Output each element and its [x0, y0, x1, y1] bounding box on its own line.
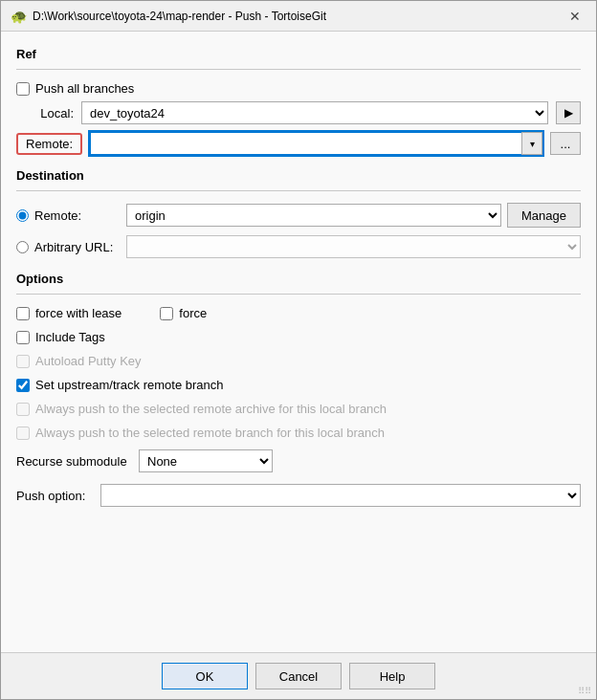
- always-push-branch-label: Always push to the selected remote branc…: [35, 426, 385, 440]
- push-option-row: Push option:: [16, 484, 581, 507]
- remote-input-wrapper: ▾: [90, 132, 542, 155]
- destination-remote-radio-label[interactable]: Remote:: [34, 208, 121, 223]
- arbitrary-url-radio-label[interactable]: Arbitrary URL:: [34, 240, 121, 254]
- always-push-archive-label: Always push to the selected remote archi…: [35, 402, 387, 416]
- titlebar-left: 🐢 D:\Work\source\toyota-24\map-render - …: [11, 9, 326, 24]
- always-push-branch-row: Always push to the selected remote branc…: [16, 426, 581, 440]
- force-lease-checkbox[interactable]: [16, 307, 30, 320]
- force-label[interactable]: force: [179, 306, 207, 320]
- window-title: D:\Work\source\toyota-24\map-render - Pu…: [33, 10, 326, 23]
- options-grid: force with lease force Include Tags Auto…: [16, 306, 581, 514]
- set-upstream-checkbox[interactable]: [16, 379, 30, 392]
- bottom-bar: OK Cancel Help: [1, 652, 596, 699]
- arbitrary-url-row: Arbitrary URL:: [16, 235, 581, 258]
- destination-section: Destination Remote: origin Manage Arbitr…: [16, 168, 581, 258]
- local-label: Local:: [16, 106, 74, 120]
- include-tags-label[interactable]: Include Tags: [35, 330, 105, 344]
- destination-divider: [16, 190, 581, 191]
- recurse-row: Recurse submodule None Check On-demand Y…: [16, 449, 581, 472]
- force-lease-row: force with lease: [16, 306, 122, 320]
- titlebar: 🐢 D:\Work\source\toyota-24\map-render - …: [1, 1, 596, 32]
- push-option-label: Push option:: [16, 489, 93, 503]
- force-lease-label[interactable]: force with lease: [35, 306, 122, 320]
- remote-branch-input[interactable]: [90, 132, 542, 155]
- close-button[interactable]: ✕: [564, 7, 586, 26]
- destination-remote-select[interactable]: origin: [126, 204, 501, 227]
- remote-radio[interactable]: [16, 209, 29, 222]
- recurse-label: Recurse submodule: [16, 454, 131, 469]
- options-section: Options force with lease force: [16, 272, 581, 514]
- autoload-putty-checkbox: [16, 355, 30, 368]
- watermark: ⠿⠿: [578, 686, 591, 696]
- include-tags-row: Include Tags: [16, 330, 581, 344]
- options-section-label: Options: [16, 272, 581, 286]
- force-options-row: force with lease force: [16, 306, 581, 326]
- dialog-content: Ref Push all branches Local: dev_toyota2…: [1, 32, 596, 652]
- push-all-branches-label[interactable]: Push all branches: [35, 81, 134, 96]
- cancel-button[interactable]: Cancel: [255, 663, 342, 689]
- remote-ellipsis-button[interactable]: ...: [550, 132, 581, 155]
- options-divider: [16, 294, 581, 295]
- manage-button[interactable]: Manage: [507, 203, 581, 228]
- dialog-window: 🐢 D:\Work\source\toyota-24\map-render - …: [0, 0, 597, 700]
- force-checkbox[interactable]: [160, 307, 173, 320]
- ok-button[interactable]: OK: [162, 663, 248, 689]
- autoload-putty-row: Autoload Putty Key: [16, 354, 581, 368]
- app-icon: 🐢: [11, 9, 27, 24]
- destination-remote-row: Remote: origin Manage: [16, 203, 581, 228]
- arbitrary-url-radio[interactable]: [16, 241, 29, 253]
- remote-row: Remote: ▾ ...: [16, 132, 581, 155]
- ref-section: Ref Push all branches Local: dev_toyota2…: [16, 47, 581, 155]
- include-tags-checkbox[interactable]: [16, 331, 30, 344]
- arbitrary-url-select[interactable]: [126, 235, 581, 258]
- local-branch-select[interactable]: dev_toyota24: [81, 101, 548, 124]
- force-row: force: [160, 306, 207, 320]
- local-row: Local: dev_toyota24 ▶: [16, 101, 581, 124]
- remote-dropdown-arrow[interactable]: ▾: [521, 132, 542, 155]
- set-upstream-label[interactable]: Set upstream/track remote branch: [35, 378, 224, 392]
- set-upstream-row: Set upstream/track remote branch: [16, 378, 581, 392]
- help-button[interactable]: Help: [349, 663, 435, 689]
- autoload-putty-label: Autoload Putty Key: [35, 354, 142, 368]
- ref-section-label: Ref: [16, 47, 581, 61]
- ref-divider: [16, 69, 581, 70]
- always-push-archive-row: Always push to the selected remote archi…: [16, 402, 581, 416]
- remote-label-text: Remote:: [26, 137, 73, 151]
- recurse-select[interactable]: None Check On-demand Yes: [139, 449, 273, 472]
- push-option-select[interactable]: [100, 484, 581, 507]
- push-all-branches-row: Push all branches: [16, 81, 581, 96]
- always-push-branch-checkbox: [16, 427, 30, 440]
- push-all-branches-checkbox[interactable]: [16, 82, 30, 96]
- always-push-archive-checkbox: [16, 403, 30, 416]
- destination-section-label: Destination: [16, 168, 581, 183]
- remote-label-box: Remote:: [16, 133, 82, 155]
- local-browse-button[interactable]: ▶: [556, 101, 581, 124]
